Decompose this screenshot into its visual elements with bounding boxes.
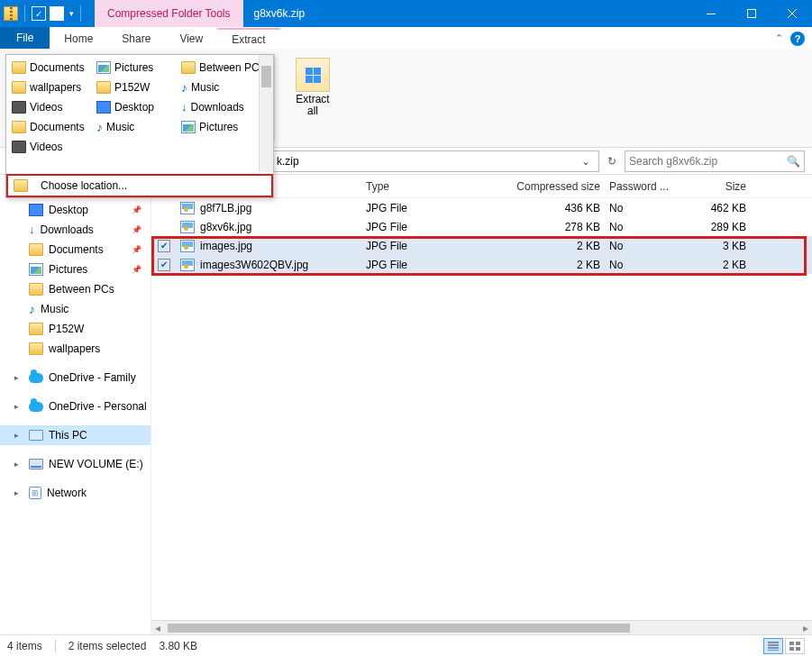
gallery-item[interactable]: Documents bbox=[10, 118, 91, 136]
horizontal-scrollbar[interactable]: ◂ ▸ bbox=[151, 620, 812, 634]
gallery-item[interactable]: Videos bbox=[10, 138, 91, 156]
sidebar-onedrive-personal[interactable]: ▸OneDrive - Personal bbox=[0, 396, 151, 416]
col-password[interactable]: Password ... bbox=[609, 180, 674, 193]
choose-location-button[interactable]: Choose location... bbox=[6, 174, 273, 197]
sidebar-item[interactable]: Pictures📌 bbox=[0, 260, 151, 279]
titlebar: ✓ ▾ Compressed Folder Tools g8xv6k.zip bbox=[0, 0, 812, 27]
file-row[interactable]: g8xv6k.jpgJPG File278 KBNo289 KB bbox=[151, 217, 812, 236]
svg-rect-4 bbox=[789, 647, 794, 651]
sidebar-item[interactable]: Between PCs bbox=[0, 279, 151, 299]
status-bar: 4 items 2 items selected 3.80 KB bbox=[0, 634, 812, 656]
network-icon: ⊞ bbox=[29, 487, 41, 499]
qat-checkbox-icon[interactable]: ✓ bbox=[32, 6, 46, 21]
image-file-icon bbox=[180, 240, 195, 252]
sidebar-item[interactable]: ♪Music bbox=[0, 299, 151, 319]
file-size: 2 KB bbox=[674, 259, 755, 271]
gallery-item-label: Documents bbox=[30, 121, 85, 133]
downloads-icon: ↓ bbox=[29, 223, 35, 236]
drive-icon bbox=[29, 459, 43, 469]
gallery-item[interactable]: Videos bbox=[10, 98, 91, 116]
view-details-button[interactable] bbox=[763, 638, 783, 654]
folder-icon bbox=[181, 61, 196, 74]
sidebar-new-volume[interactable]: ▸NEW VOLUME (E:) bbox=[0, 454, 151, 474]
sidebar-item[interactable]: ↓Downloads📌 bbox=[0, 220, 151, 240]
gallery-item-label: Desktop bbox=[114, 101, 154, 114]
sidebar-label: NEW VOLUME (E:) bbox=[49, 458, 143, 470]
sidebar-item[interactable]: Desktop📌 bbox=[0, 200, 151, 220]
app-icon bbox=[4, 6, 18, 21]
gallery-item[interactable]: ♪Music bbox=[95, 118, 176, 136]
tab-home[interactable]: Home bbox=[50, 28, 107, 49]
file-name: g8xv6k.jpg bbox=[200, 221, 251, 233]
gallery-item[interactable]: Documents bbox=[10, 59, 91, 77]
folder-icon bbox=[29, 283, 43, 296]
col-size[interactable]: Size bbox=[674, 180, 755, 193]
music-icon: ♪ bbox=[29, 303, 35, 315]
minimize-button[interactable] bbox=[690, 0, 731, 27]
file-compressed: 2 KB bbox=[501, 240, 609, 252]
pictures-icon bbox=[29, 263, 43, 276]
gallery-item[interactable]: wallpapers bbox=[10, 78, 91, 96]
file-tab[interactable]: File bbox=[0, 27, 50, 49]
address-dropdown-icon[interactable]: ⌄ bbox=[577, 152, 595, 170]
window-title: g8xv6k.zip bbox=[243, 0, 690, 27]
image-file-icon bbox=[180, 221, 195, 233]
pc-icon bbox=[29, 430, 43, 441]
svg-rect-5 bbox=[796, 647, 800, 651]
search-input[interactable] bbox=[629, 155, 783, 168]
qat-newfolder-icon[interactable] bbox=[50, 6, 64, 21]
gallery-item[interactable]: Pictures bbox=[95, 59, 176, 77]
gallery-item-label: Documents bbox=[30, 61, 85, 74]
close-button[interactable] bbox=[771, 0, 812, 27]
sidebar-item[interactable]: wallpapers bbox=[0, 339, 151, 359]
gallery-item-label: Videos bbox=[30, 101, 62, 114]
folder-icon bbox=[12, 61, 26, 74]
gallery-item[interactable]: P152W bbox=[95, 78, 176, 96]
gallery-item-label: Videos bbox=[30, 141, 62, 153]
file-name: images3W602QBV.jpg bbox=[200, 259, 308, 271]
address-bar[interactable]: k.zip ⌄ bbox=[272, 150, 599, 172]
sidebar-onedrive-family[interactable]: ▸OneDrive - Family bbox=[0, 368, 151, 387]
file-row[interactable]: g8f7LB.jpgJPG File436 KBNo462 KB bbox=[151, 198, 812, 217]
file-password: No bbox=[609, 221, 674, 233]
file-compressed: 2 KB bbox=[501, 259, 609, 271]
sidebar-item[interactable]: Documents📌 bbox=[0, 240, 151, 260]
help-icon[interactable]: ? bbox=[790, 32, 805, 46]
file-row[interactable]: images.jpgJPG File2 KBNo3 KB bbox=[151, 236, 812, 255]
gallery-scrollbar[interactable] bbox=[259, 55, 273, 172]
gallery-item[interactable]: Desktop bbox=[95, 98, 176, 116]
search-icon[interactable]: 🔍 bbox=[787, 155, 800, 168]
search-box[interactable]: 🔍 bbox=[625, 150, 805, 172]
file-compressed: 436 KB bbox=[501, 202, 609, 214]
extract-all-label: Extract all bbox=[290, 94, 335, 117]
collapse-ribbon-icon[interactable]: ⌃ bbox=[775, 32, 783, 44]
maximize-button[interactable] bbox=[731, 0, 771, 27]
svg-rect-1 bbox=[747, 10, 755, 18]
tab-view[interactable]: View bbox=[165, 28, 217, 49]
cloud-icon bbox=[29, 373, 43, 383]
folder-icon bbox=[12, 121, 26, 133]
status-selected: 2 items selected bbox=[68, 640, 147, 652]
qat-dropdown-icon[interactable]: ▾ bbox=[69, 9, 74, 18]
folder-icon bbox=[29, 342, 43, 355]
refresh-button[interactable]: ↻ bbox=[603, 152, 621, 170]
col-type[interactable]: Type bbox=[366, 180, 501, 193]
choose-location-label: Choose location... bbox=[41, 179, 127, 192]
file-type: JPG File bbox=[366, 259, 501, 271]
extract-all-button[interactable]: Extract all bbox=[290, 58, 335, 117]
sidebar-item[interactable]: P152W bbox=[0, 319, 151, 339]
sidebar-item-label: Documents bbox=[49, 243, 104, 256]
tab-share[interactable]: Share bbox=[107, 28, 165, 49]
file-size: 289 KB bbox=[674, 221, 755, 233]
row-checkbox[interactable] bbox=[158, 259, 170, 271]
context-tab-compressed[interactable]: Compressed Folder Tools bbox=[95, 0, 243, 27]
col-compressed[interactable]: Compressed size bbox=[501, 180, 609, 193]
sidebar-network[interactable]: ▸⊞Network bbox=[0, 483, 151, 503]
file-row[interactable]: images3W602QBV.jpgJPG File2 KBNo2 KB bbox=[151, 255, 812, 274]
file-name: g8f7LB.jpg bbox=[200, 202, 251, 214]
tab-extract[interactable]: Extract bbox=[217, 28, 279, 49]
sidebar-this-pc[interactable]: ▸This PC bbox=[0, 425, 151, 445]
view-large-button[interactable] bbox=[785, 638, 805, 654]
row-checkbox[interactable] bbox=[158, 240, 170, 252]
file-name: images.jpg bbox=[200, 240, 252, 252]
